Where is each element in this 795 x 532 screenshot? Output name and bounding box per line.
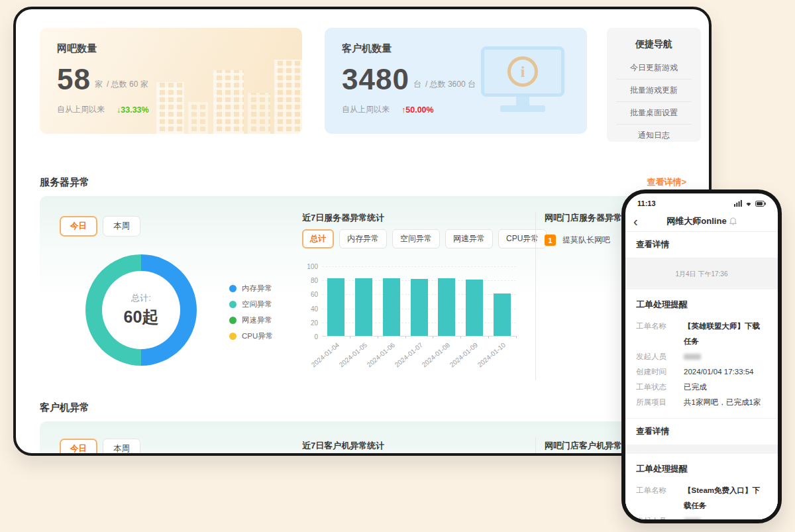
message-body: 工单处理提醒工单名称【英雄联盟大师】下载任务发起人员创建时间2024/01/04… bbox=[625, 290, 778, 418]
cafe-card-title: 网吧数量 bbox=[57, 42, 285, 55]
message-title: 工单处理提醒 bbox=[636, 463, 767, 475]
y-axis-tick: 0 bbox=[314, 333, 318, 341]
legend-label: 空间异常 bbox=[242, 299, 272, 309]
y-axis-tick: 40 bbox=[311, 305, 318, 312]
client-delta-percent: ↑50.00% bbox=[401, 105, 434, 115]
server-details-link[interactable]: 查看详情> bbox=[647, 176, 686, 188]
panel-divider bbox=[535, 212, 536, 380]
donut-total-value: 60起 bbox=[124, 306, 159, 328]
store-name: 提莫队长网吧 bbox=[562, 235, 610, 246]
detail-label: 发起人员 bbox=[636, 513, 674, 523]
client-tab-今日[interactable]: 今日 bbox=[60, 439, 97, 456]
message-detail-row: 工单名称【Steam免费入口】下载任务 bbox=[636, 483, 767, 513]
legend-label: CPU异常 bbox=[242, 331, 273, 341]
client-since-label: 自从上周以来 bbox=[342, 104, 390, 115]
anomaly-count-badge: 1 bbox=[545, 235, 556, 246]
server-anomaly-donut-chart: 总计: 60起 bbox=[85, 254, 197, 366]
server-section-title: 服务器异常 bbox=[40, 176, 89, 189]
x-axis-tick bbox=[516, 336, 517, 339]
gridline bbox=[322, 266, 516, 267]
x-axis-tick bbox=[350, 336, 350, 339]
detail-label: 创建时间 bbox=[636, 364, 674, 380]
battery-icon bbox=[755, 201, 766, 207]
back-chevron-icon[interactable]: ‹ bbox=[633, 212, 638, 231]
bar-2024-01-04 bbox=[327, 278, 344, 336]
chart-filter-总计[interactable]: 总计 bbox=[302, 229, 334, 248]
store-list-item[interactable]: 1提莫队长网吧 bbox=[545, 235, 610, 246]
detail-label: 发起人员 bbox=[636, 349, 674, 364]
detail-label: 所属项目 bbox=[636, 395, 674, 410]
bar-2024-01-05 bbox=[355, 278, 372, 336]
x-axis-tick bbox=[405, 336, 406, 339]
cafe-count-unit: 家 bbox=[95, 79, 103, 93]
legend-dot-icon bbox=[229, 285, 237, 292]
message-date: 1月4日 下午17:36 bbox=[676, 270, 728, 279]
message-detail-row: 所属项目共1家网吧，已完成1家 bbox=[636, 395, 767, 410]
x-axis-tick bbox=[378, 336, 378, 339]
server-anomaly-bar-chart: 0204060801002024-01-042024-01-052024-01-… bbox=[303, 262, 522, 375]
y-axis-tick: 60 bbox=[311, 291, 318, 298]
server-tab-本周[interactable]: 本周 bbox=[103, 216, 140, 237]
detail-label: 工单状态 bbox=[636, 380, 674, 395]
chart-filter-CPU异常[interactable]: CPU异常 bbox=[498, 229, 547, 248]
client-count-total: / 总数 3600 台 bbox=[425, 79, 476, 93]
message-title: 工单处理提醒 bbox=[636, 299, 767, 311]
client-chart-title: 近7日客户机异常统计 bbox=[302, 440, 384, 452]
cafe-since-label: 自从上周以来 bbox=[57, 104, 105, 115]
y-axis-tick: 100 bbox=[307, 263, 318, 270]
client-tab-本周[interactable]: 本周 bbox=[103, 439, 140, 456]
server-tab-今日[interactable]: 今日 bbox=[60, 216, 97, 237]
legend-item-网速异常[interactable]: 网速异常 bbox=[229, 315, 273, 325]
message-detail-row: 工单名称【英雄联盟大师】下载任务 bbox=[636, 319, 767, 349]
view-details-row[interactable]: 查看详情 bbox=[625, 232, 778, 258]
work-order-message-card: 工单处理提醒工单名称【Steam免费入口】下载任务发起人员创建时间2024/01… bbox=[625, 454, 778, 523]
bar-2024-01-07 bbox=[411, 279, 428, 336]
message-gap-band bbox=[625, 445, 778, 454]
legend-label: 网速异常 bbox=[242, 315, 272, 325]
quick-nav-item-2[interactable]: 批量游戏更新 bbox=[616, 79, 692, 101]
legend-label: 内存异常 bbox=[242, 284, 272, 293]
blurred-name-value bbox=[684, 354, 701, 360]
bar-2024-01-09 bbox=[466, 280, 483, 336]
phone-app-title: 网维大师online bbox=[666, 215, 726, 227]
legend-dot-icon bbox=[229, 333, 237, 340]
quick-nav-item-1[interactable]: 今日更新游戏 bbox=[616, 57, 692, 79]
donut-legend: 内存异常空间异常网速异常CPU异常 bbox=[229, 284, 273, 341]
y-axis-tick: 80 bbox=[311, 277, 318, 284]
cafe-delta-percent: ↓33.33% bbox=[117, 105, 149, 115]
detail-label: 工单名称 bbox=[636, 483, 674, 513]
work-order-message-card: 工单处理提醒工单名称【英雄联盟大师】下载任务发起人员创建时间2024/01/04… bbox=[625, 290, 778, 445]
x-axis-tick bbox=[488, 336, 489, 339]
y-axis-tick: 20 bbox=[311, 319, 318, 326]
cafe-count-value: 58 bbox=[57, 66, 91, 93]
date-header-band: 1月4日 下午17:36 bbox=[625, 258, 778, 290]
chart-filter-网速异常[interactable]: 网速异常 bbox=[445, 229, 493, 248]
server-chart-title: 近7日服务器异常统计 bbox=[302, 212, 384, 224]
legend-item-空间异常[interactable]: 空间异常 bbox=[229, 299, 273, 309]
detail-value: 2024/01/04 17:33:54 bbox=[684, 364, 754, 380]
chart-filter-内存异常[interactable]: 内存异常 bbox=[339, 229, 387, 248]
server-anomaly-panel: 今日本周 总计: 60起 内存异常空间异常网速异常CPU异常 近7日服务器异常统… bbox=[40, 196, 688, 395]
quick-nav-item-4[interactable]: 通知日志 bbox=[616, 124, 692, 146]
x-axis-tick bbox=[433, 336, 433, 339]
quick-nav-item-3[interactable]: 批量桌面设置 bbox=[616, 101, 692, 124]
legend-item-CPU异常[interactable]: CPU异常 bbox=[229, 331, 273, 341]
phone-nav-bar: ‹ 网维大师online bbox=[625, 211, 778, 232]
client-count-unit: 台 bbox=[413, 79, 421, 93]
legend-dot-icon bbox=[229, 317, 237, 324]
phone-message-feed: 查看详情 1月4日 下午17:36 工单处理提醒工单名称【英雄联盟大师】下载任务… bbox=[625, 232, 778, 523]
message-detail-row: 创建时间2024/01/04 17:33:54 bbox=[636, 364, 767, 380]
quick-nav-title: 便捷导航 bbox=[616, 38, 692, 50]
dashboard-window: 网吧数量 58 家 / 总数 60 家 自从上周以来 ↓33.33% i 客户机… bbox=[13, 7, 712, 456]
client-anomaly-panel: 今日本周 近7日客户机异常统计 网吧门店客户机异常统计 bbox=[40, 421, 688, 456]
wifi-icon bbox=[745, 200, 753, 207]
client-count-card: i 客户机数量 3480 台 / 总数 3600 台 自从上周以来 ↑50.00… bbox=[325, 28, 587, 134]
blurred-name-value bbox=[684, 518, 701, 523]
detail-value: 【Steam免费入口】下载任务 bbox=[684, 483, 767, 513]
cafe-count-total: / 总数 60 家 bbox=[107, 79, 148, 93]
chart-filter-空间异常[interactable]: 空间异常 bbox=[392, 229, 440, 248]
phone-time: 11:13 bbox=[637, 199, 656, 207]
view-details-footer[interactable]: 查看详情 bbox=[625, 418, 778, 445]
cafe-count-card: 网吧数量 58 家 / 总数 60 家 自从上周以来 ↓33.33% bbox=[40, 28, 302, 134]
legend-item-内存异常[interactable]: 内存异常 bbox=[229, 284, 273, 293]
